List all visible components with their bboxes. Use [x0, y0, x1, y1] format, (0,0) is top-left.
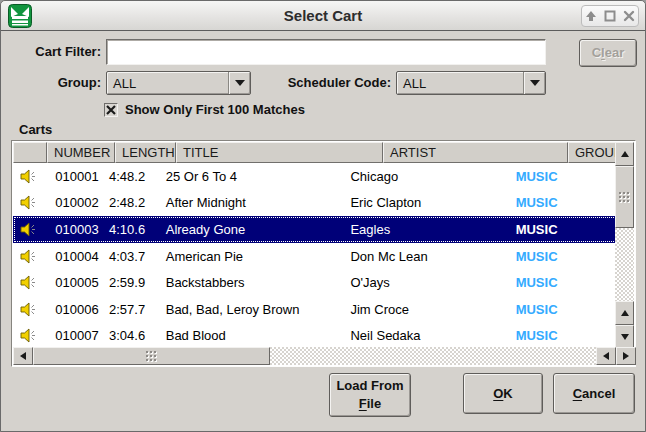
- load-from-file-button[interactable]: Load FromFile: [329, 373, 411, 417]
- window-controls: [581, 5, 639, 27]
- show-only-checkbox[interactable]: [104, 103, 118, 117]
- cart-number: 010004: [43, 243, 105, 270]
- horizontal-scrollbar[interactable]: [13, 347, 636, 365]
- speaker-icon: [20, 275, 37, 290]
- cart-title: 25 Or 6 To 4: [160, 163, 345, 190]
- cart-group: MUSIC: [510, 190, 617, 217]
- cart-row[interactable]: 010001 4:48.2 25 Or 6 To 4 Chicago MUSIC: [13, 163, 617, 190]
- cart-title: Already Gone: [160, 216, 345, 243]
- horizontal-scroll-track[interactable]: [270, 347, 596, 365]
- table-body: 010001 4:48.2 25 Or 6 To 4 Chicago MUSIC…: [13, 163, 617, 349]
- speaker-icon: [20, 222, 37, 237]
- cart-icon-cell: [13, 190, 43, 217]
- cart-row[interactable]: 010007 3:04.6 Bad Blood Neil Sedaka MUSI…: [13, 322, 617, 349]
- select-cart-dialog: Select Cart Cart Filter: Clear Group: AL…: [0, 0, 646, 432]
- cart-number: 010001: [43, 163, 105, 190]
- shade-button[interactable]: [584, 9, 598, 23]
- cart-artist: Eagles: [344, 216, 509, 243]
- cart-icon-cell: [13, 296, 43, 323]
- cart-artist: Jim Croce: [344, 296, 509, 323]
- cart-number: 010006: [43, 296, 105, 323]
- cart-group: MUSIC: [510, 296, 617, 323]
- speaker-icon: [20, 195, 37, 210]
- clear-button[interactable]: Clear: [579, 39, 637, 67]
- scheduler-code-select[interactable]: ALL: [396, 71, 546, 95]
- carts-table: NUMBER LENGTH TITLE ARTIST GROUP 010001 …: [11, 140, 636, 367]
- cart-title: Bad, Bad, Leroy Brown: [160, 296, 345, 323]
- cart-number: 010005: [43, 269, 105, 296]
- vertical-scroll-track[interactable]: [615, 228, 634, 301]
- chevron-down-icon: [228, 72, 250, 94]
- column-header-group[interactable]: GROUP: [568, 142, 617, 163]
- cart-length: 2:59.9: [105, 269, 160, 296]
- cart-title: American Pie: [160, 243, 345, 270]
- cart-icon-cell: [13, 216, 43, 243]
- scheduler-code-label: Scheduler Code:: [281, 71, 391, 95]
- cart-artist: Neil Sedaka: [344, 322, 509, 349]
- speaker-icon: [20, 249, 37, 264]
- cart-artist: Don Mc Lean: [344, 243, 509, 270]
- cart-number: 010003: [43, 216, 105, 243]
- cart-length: 4:48.2: [105, 163, 160, 190]
- show-only-label: Show Only First 100 Matches: [125, 102, 305, 117]
- cart-title: Bad Blood: [160, 322, 345, 349]
- vertical-scroll-thumb[interactable]: [615, 166, 634, 228]
- cart-number: 010002: [43, 190, 105, 217]
- vertical-scrollbar[interactable]: [615, 142, 634, 349]
- cart-icon-cell: [13, 322, 43, 349]
- cart-group: MUSIC: [510, 269, 617, 296]
- cart-artist: Eric Clapton: [344, 190, 509, 217]
- carts-table-viewport: NUMBER LENGTH TITLE ARTIST GROUP 010001 …: [13, 142, 617, 349]
- column-header-artist[interactable]: ARTIST: [383, 142, 568, 163]
- horizontal-scroll-thumb[interactable]: [33, 347, 270, 365]
- group-select[interactable]: ALL: [106, 71, 251, 95]
- cart-filter-label: Cart Filter:: [11, 39, 101, 65]
- column-header-title[interactable]: TITLE: [176, 142, 383, 163]
- cart-row[interactable]: 010004 4:03.7 American Pie Don Mc Lean M…: [13, 243, 617, 270]
- group-label: Group:: [11, 71, 101, 95]
- speaker-icon: [20, 302, 37, 317]
- column-header-icon[interactable]: [13, 142, 47, 163]
- cart-group: MUSIC: [510, 322, 617, 349]
- scroll-up-button-bottom[interactable]: [615, 301, 634, 325]
- carts-section-label: Carts: [19, 122, 52, 137]
- cart-row[interactable]: 010005 2:59.9 Backstabbers O'Jays MUSIC: [13, 269, 617, 296]
- scroll-down-button[interactable]: [615, 325, 634, 349]
- cart-title: Backstabbers: [160, 269, 345, 296]
- cart-icon-cell: [13, 163, 43, 190]
- cart-group: MUSIC: [510, 163, 617, 190]
- cart-length: 4:03.7: [105, 243, 160, 270]
- cart-artist: Chicago: [344, 163, 509, 190]
- cart-title: After Midnight: [160, 190, 345, 217]
- scroll-right-button[interactable]: [616, 347, 636, 365]
- maximize-button[interactable]: [603, 9, 617, 23]
- window-title: Select Cart: [1, 1, 645, 31]
- scroll-left-button[interactable]: [13, 347, 33, 365]
- cart-length: 4:10.6: [105, 216, 160, 243]
- column-header-length[interactable]: LENGTH: [115, 142, 176, 163]
- cancel-button[interactable]: Cancel: [553, 373, 635, 414]
- ok-button[interactable]: OK: [463, 373, 543, 414]
- chevron-down-icon: [523, 72, 545, 94]
- cart-length: 2:48.2: [105, 190, 160, 217]
- cart-length: 3:04.6: [105, 322, 160, 349]
- cart-length: 2:57.7: [105, 296, 160, 323]
- speaker-icon: [20, 328, 37, 343]
- column-header-number[interactable]: NUMBER: [47, 142, 115, 163]
- scroll-left-button-right[interactable]: [596, 347, 616, 365]
- close-button[interactable]: [622, 9, 636, 23]
- scheduler-code-selected-value: ALL: [397, 76, 523, 91]
- cart-number: 010007: [43, 322, 105, 349]
- speaker-icon: [20, 169, 37, 184]
- cart-row[interactable]: 010002 2:48.2 After Midnight Eric Clapto…: [13, 190, 617, 217]
- cart-row[interactable]: 010003 4:10.6 Already Gone Eagles MUSIC: [13, 216, 617, 243]
- titlebar[interactable]: Select Cart: [1, 1, 645, 31]
- cart-icon-cell: [13, 269, 43, 296]
- cart-group: MUSIC: [510, 216, 617, 243]
- cart-artist: O'Jays: [344, 269, 509, 296]
- scroll-up-button[interactable]: [615, 142, 634, 166]
- group-selected-value: ALL: [107, 76, 228, 91]
- cart-filter-input[interactable]: [106, 39, 546, 65]
- cart-row[interactable]: 010006 2:57.7 Bad, Bad, Leroy Brown Jim …: [13, 296, 617, 323]
- cart-group: MUSIC: [510, 243, 617, 270]
